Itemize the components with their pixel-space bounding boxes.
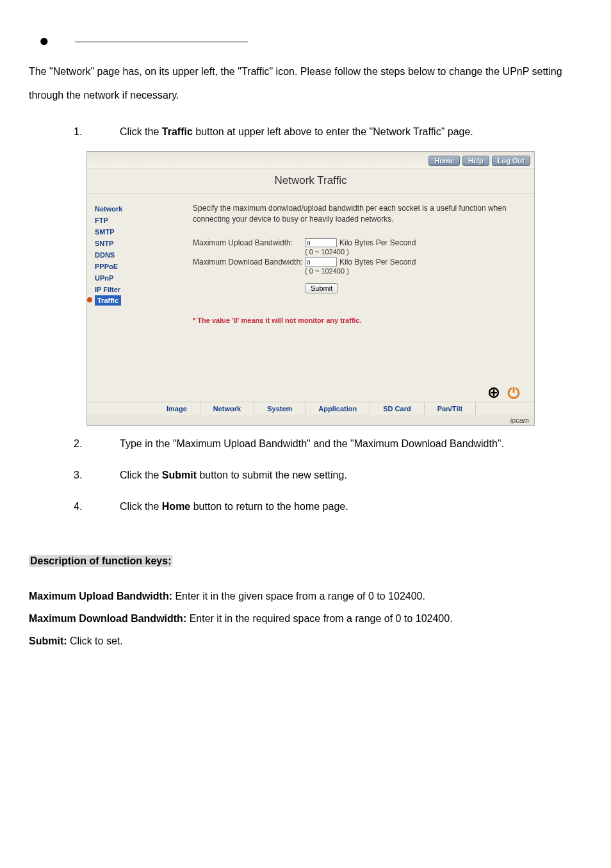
tab-network[interactable]: Network — [200, 402, 254, 415]
description-heading: Description of function keys: — [29, 555, 172, 567]
sidebar-item-traffic[interactable]: Traffic — [95, 295, 121, 306]
brand-power-icon — [505, 386, 523, 399]
step-1: 1. Click the Traffic button at upper lef… — [74, 120, 582, 144]
logout-button[interactable]: Log Out — [492, 156, 530, 166]
desc-key-submit: Submit: — [29, 635, 67, 646]
step-number: 3. — [74, 464, 120, 487]
tab-application[interactable]: Application — [306, 402, 370, 415]
upload-unit: Kilo Bytes Per Second — [339, 238, 416, 247]
step-3: 3. Click the Submit button to submit the… — [74, 464, 582, 487]
bullet-icon: ● — [39, 32, 49, 49]
sidebar-item-network[interactable]: Network — [95, 203, 167, 215]
intro-paragraph: The "Network" page has, on its upper lef… — [29, 60, 582, 108]
page-title: Network Traffic — [87, 169, 534, 194]
download-label: Maximum Download Bandwidth: — [193, 258, 305, 266]
upload-input[interactable] — [305, 238, 337, 247]
sidebar-item-sntp[interactable]: SNTP — [95, 238, 167, 249]
footer-tabs: Image Network System Application SD Card… — [87, 402, 534, 415]
brand-circle-icon — [487, 386, 505, 399]
step-number: 1. — [74, 120, 120, 144]
home-button[interactable]: Home — [428, 156, 460, 166]
sidebar: Network FTP SMTP SNTP DDNS PPPoE UPnP IP… — [87, 194, 167, 386]
step-4: 4. Click the Home button to return to th… — [74, 495, 582, 519]
sidebar-item-ftp[interactable]: FTP — [95, 215, 167, 226]
step-text: Click the Traffic button at upper left a… — [120, 120, 582, 144]
step-number: 2. — [74, 432, 120, 456]
sidebar-item-upnp[interactable]: UPnP — [95, 272, 167, 284]
note-text: * The value '0' means it will not monito… — [193, 316, 521, 324]
step-2: 2. Type in the "Maximum Upload Bandwidth… — [74, 432, 582, 456]
step-text: Click the Home button to return to the h… — [120, 495, 582, 519]
footer-id: ipcam — [87, 415, 534, 425]
sidebar-item-pppoe[interactable]: PPPoE — [95, 261, 167, 272]
tab-system[interactable]: System — [254, 402, 306, 415]
tab-image[interactable]: Image — [154, 402, 200, 415]
description-block: Description of function keys: Maximum Up… — [29, 550, 582, 653]
sidebar-item-ipfilter[interactable]: IP Filter — [95, 284, 167, 295]
step-text: Click the Submit button to submit the ne… — [120, 464, 582, 487]
step-number: 4. — [74, 495, 120, 519]
tab-sdcard[interactable]: SD Card — [370, 402, 424, 415]
section-bullet: ● — [29, 32, 582, 49]
step-text: Type in the "Maximum Upload Bandwidth" a… — [120, 432, 582, 456]
download-input[interactable] — [305, 258, 337, 266]
screenshot: Home Help Log Out Network Traffic Networ… — [86, 151, 535, 426]
underline-placeholder — [75, 32, 248, 42]
desc-key-upload: Maximum Upload Bandwidth: — [29, 591, 172, 602]
desc-key-download: Maximum Download Bandwidth: — [29, 613, 186, 624]
tab-pantilt[interactable]: Pan/Tilt — [425, 402, 477, 415]
sidebar-item-smtp[interactable]: SMTP — [95, 226, 167, 238]
upload-label: Maximum Upload Bandwidth: — [193, 238, 305, 247]
main-panel: Specify the maximum donwload/upload band… — [167, 194, 534, 386]
spec-text: Specify the maximum donwload/upload band… — [193, 203, 521, 224]
submit-button[interactable]: Submit — [305, 283, 338, 293]
download-range: ( 0 ~ 102400 ) — [305, 267, 521, 275]
upload-range: ( 0 ~ 102400 ) — [305, 248, 521, 256]
brand-row — [87, 386, 534, 402]
top-button-bar: Home Help Log Out — [87, 152, 534, 169]
sidebar-item-ddns[interactable]: DDNS — [95, 249, 167, 261]
download-unit: Kilo Bytes Per Second — [339, 258, 416, 266]
help-button[interactable]: Help — [462, 156, 489, 166]
